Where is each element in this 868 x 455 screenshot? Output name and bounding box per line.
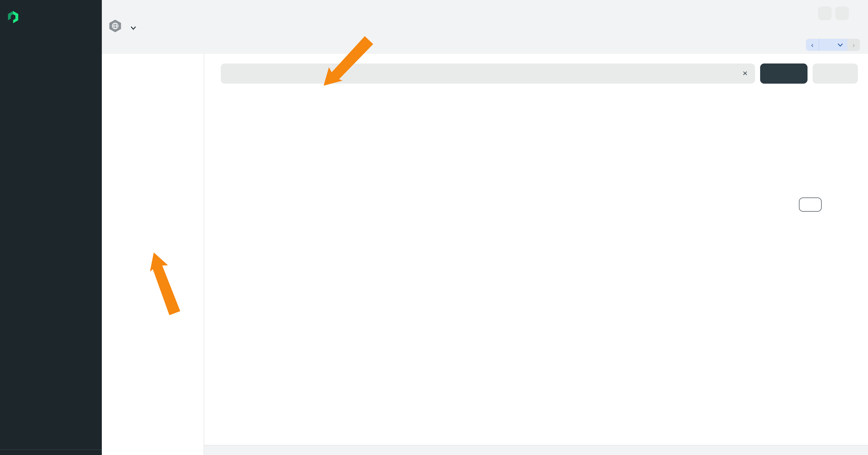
window-buttons — [818, 6, 849, 20]
query-logs-button[interactable] — [760, 64, 807, 84]
clock-icon — [824, 41, 831, 48]
time-forward-button[interactable]: › — [847, 39, 860, 51]
new-relic-logo[interactable] — [0, 0, 102, 28]
errors-dot-icon — [222, 177, 226, 182]
chevron-down-icon — [130, 22, 136, 33]
global-nav-footer — [0, 450, 102, 455]
help-icon — [821, 9, 829, 17]
page-header: ‹ › — [102, 0, 868, 54]
time-range-dropdown[interactable] — [819, 39, 847, 51]
log-query-input[interactable] — [239, 69, 737, 78]
service-sidebar — [102, 54, 204, 455]
global-sidebar — [0, 0, 102, 455]
time-back-button[interactable]: ‹ — [806, 39, 819, 51]
breadcrumb — [108, 6, 112, 13]
entity-title-dropdown[interactable] — [127, 20, 136, 33]
logs-timeseries-chart — [221, 115, 866, 170]
nrql-button[interactable] — [812, 64, 858, 84]
help-circle-button[interactable] — [818, 6, 832, 20]
chevron-down-icon — [838, 43, 843, 46]
main-content: × — [204, 54, 868, 455]
search-icon — [227, 70, 235, 77]
external-link-icon — [805, 201, 812, 208]
new-relic-logo-icon — [7, 10, 19, 26]
terminal-icon — [830, 70, 837, 77]
app-window: ‹ › × — [0, 0, 868, 455]
copy-link-button[interactable] — [835, 6, 849, 20]
legend-item-errors[interactable] — [222, 177, 229, 182]
table-footer-strip — [204, 445, 868, 455]
legend-item-all-logs[interactable] — [237, 177, 244, 182]
clear-query-icon[interactable]: × — [741, 68, 749, 78]
log-query-bar: × — [221, 64, 755, 84]
time-picker: ‹ › — [806, 39, 860, 51]
open-in-logs-button[interactable] — [799, 197, 822, 212]
all-logs-dot-icon — [237, 177, 241, 182]
link-icon — [838, 9, 846, 17]
entity-hexagon-icon — [108, 19, 123, 33]
chart-legend — [222, 177, 244, 182]
